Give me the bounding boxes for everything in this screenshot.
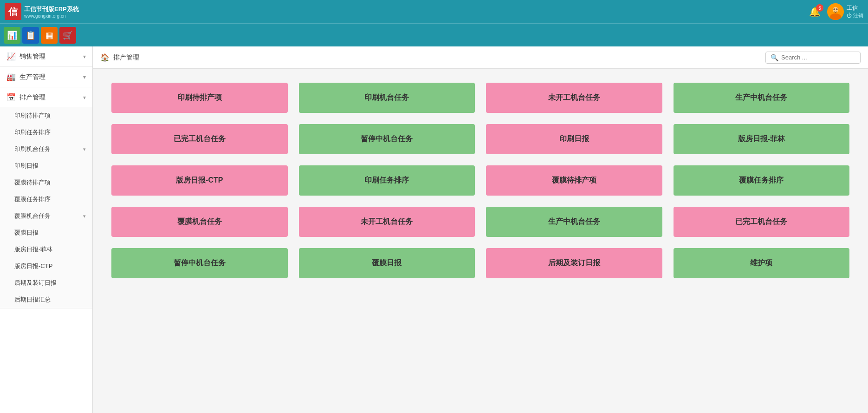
grid-btn-1-2[interactable]: 印刷日报	[486, 124, 662, 154]
toolbar-cart-button[interactable]: 🛒	[59, 27, 76, 44]
scheduling-icon: 📅	[6, 93, 16, 102]
grid-btn-0-3[interactable]: 生产中机台任务	[674, 83, 850, 113]
grid-btn-2-3[interactable]: 覆膜任务排序	[674, 165, 850, 196]
logo-area: 信 工信节刊版ERP系统 www.gongxin.org.cn	[5, 3, 79, 20]
chevron-down-icon: ▾	[83, 146, 86, 152]
user-avatar-area[interactable]: 工信 ⏻ 注销	[827, 3, 863, 20]
toolbar-chart-button[interactable]: 📊	[4, 27, 20, 44]
grid-btn-4-3[interactable]: 维护项	[674, 248, 850, 278]
sidebar-section-header-sales[interactable]: 📈 销售管理 ▾	[0, 46, 92, 66]
search-input[interactable]	[781, 54, 855, 61]
grid-row-4: 暂停中机台任务覆膜日报后期及装订日报维护项	[111, 248, 849, 278]
grid-btn-2-2[interactable]: 覆膜待排产项	[486, 165, 662, 196]
search-box[interactable]: 🔍	[765, 52, 861, 64]
grid-btn-3-1[interactable]: 未开工机台任务	[299, 207, 475, 237]
sidebar-item-fangfang-ctp[interactable]: 版房日报-CTP	[0, 258, 92, 275]
toolbar-row: 📊 📋 ▦ 🛒	[0, 23, 868, 46]
sidebar-item-houqi-daily[interactable]: 后期及装订日报	[0, 275, 92, 291]
sidebar-section-sales: 📈 销售管理 ▾	[0, 46, 92, 67]
user-info: 工信 ⏻ 注销	[847, 4, 863, 19]
grid-btn-4-0[interactable]: 暂停中机台任务	[111, 248, 288, 278]
logout-button[interactable]: ⏻ 注销	[847, 12, 863, 19]
top-header: 信 工信节刊版ERP系统 www.gongxin.org.cn 🔔 5	[0, 0, 868, 23]
toolbar-grid-button[interactable]: ▦	[41, 27, 58, 44]
toolbar-list-button[interactable]: 📋	[22, 27, 39, 44]
production-icon: 🏭	[6, 72, 16, 81]
grid-btn-3-3[interactable]: 已完工机台任务	[674, 207, 850, 237]
sidebar-item-yindai-sort[interactable]: 印刷任务排序	[0, 124, 92, 141]
notification-badge: 5	[816, 4, 823, 12]
grid-row-3: 覆膜机台任务未开工机台任务生产中机台任务已完工机台任务	[111, 207, 849, 237]
svg-point-1	[830, 13, 841, 20]
grid-btn-0-0[interactable]: 印刷待排产项	[111, 83, 288, 113]
logo-title: 工信节刊版ERP系统	[24, 5, 79, 13]
sidebar-item-fomo-pending[interactable]: 覆膜待排产项	[0, 174, 92, 191]
breadcrumb-left: 🏠 排产管理	[100, 53, 139, 62]
sidebar-item-fomo-sort[interactable]: 覆膜任务排序	[0, 191, 92, 208]
scheduling-sub-items: 印刷待排产项印刷任务排序印刷机台任务▾印刷日报覆膜待排产项覆膜任务排序覆膜机台任…	[0, 107, 92, 308]
sidebar-section-scheduling: 📅 排产管理 ▾ 印刷待排产项印刷任务排序印刷机台任务▾印刷日报覆膜待排产项覆膜…	[0, 87, 92, 308]
grid-row-1: 已完工机台任务暂停中机台任务印刷日报版房日报-菲林	[111, 124, 849, 154]
notification-bell-button[interactable]: 🔔 5	[809, 6, 821, 17]
logo-subtitle: www.gongxin.org.cn	[24, 13, 79, 19]
grid-row-0: 印刷待排产项印刷机台任务未开工机台任务生产中机台任务	[111, 83, 849, 113]
chevron-down-icon: ▾	[83, 213, 86, 219]
production-arrow-icon: ▾	[83, 74, 86, 80]
grid-btn-3-2[interactable]: 生产中机台任务	[486, 207, 662, 237]
sidebar-section-header-scheduling[interactable]: 📅 排产管理 ▾	[0, 87, 92, 107]
grid-area: 印刷待排产项印刷机台任务未开工机台任务生产中机台任务已完工机台任务暂停中机台任务…	[93, 69, 868, 303]
grid-btn-1-1[interactable]: 暂停中机台任务	[299, 124, 475, 154]
sidebar-item-yindai-machine[interactable]: 印刷机台任务▾	[0, 141, 92, 157]
sidebar-item-yindai-daily[interactable]: 印刷日报	[0, 157, 92, 174]
grid-btn-0-1[interactable]: 印刷机台任务	[299, 83, 475, 113]
production-label: 生产管理	[19, 73, 79, 81]
sidebar-section-production: 🏭 生产管理 ▾	[0, 67, 92, 87]
sidebar-item-yindai-pending[interactable]: 印刷待排产项	[0, 107, 92, 124]
sidebar-item-fomo-machine[interactable]: 覆膜机台任务▾	[0, 208, 92, 224]
grid-btn-2-1[interactable]: 印刷任务排序	[299, 165, 475, 196]
home-icon: 🏠	[100, 53, 110, 62]
grid-btn-3-0[interactable]: 覆膜机台任务	[111, 207, 288, 237]
scheduling-label: 排产管理	[19, 93, 79, 102]
svg-point-3	[833, 8, 835, 10]
grid-btn-1-3[interactable]: 版房日报-菲林	[674, 124, 850, 154]
svg-point-4	[836, 8, 837, 10]
page-content: 🏠 排产管理 🔍 印刷待排产项印刷机台任务未开工机台任务生产中机台任务已完工机台…	[93, 46, 868, 413]
sales-arrow-icon: ▾	[83, 53, 86, 60]
grid-row-2: 版房日报-CTP印刷任务排序覆膜待排产项覆膜任务排序	[111, 165, 849, 196]
sales-icon: 📈	[6, 52, 16, 61]
sidebar-item-fomo-daily[interactable]: 覆膜日报	[0, 224, 92, 241]
breadcrumb-text: 排产管理	[113, 53, 139, 62]
grid-btn-2-0[interactable]: 版房日报-CTP	[111, 165, 288, 196]
logo-text: 工信节刊版ERP系统 www.gongxin.org.cn	[24, 5, 79, 19]
grid-btn-1-0[interactable]: 已完工机台任务	[111, 124, 288, 154]
search-icon: 🔍	[771, 54, 778, 61]
grid-btn-4-1[interactable]: 覆膜日报	[299, 248, 475, 278]
sidebar-item-fangfang-feilin[interactable]: 版房日报-菲林	[0, 241, 92, 258]
avatar	[827, 3, 844, 20]
grid-btn-0-2[interactable]: 未开工机台任务	[486, 83, 662, 113]
sidebar-section-header-production[interactable]: 🏭 生产管理 ▾	[0, 67, 92, 87]
sidebar: 📈 销售管理 ▾ 🏭 生产管理 ▾ 📅 排产管理 ▾ 印刷待排产项印刷任务排序印…	[0, 46, 93, 413]
grid-btn-4-2[interactable]: 后期及装订日报	[486, 248, 662, 278]
logo-icon: 信	[5, 3, 21, 20]
sidebar-item-houqi-summary[interactable]: 后期日报汇总	[0, 291, 92, 308]
sales-label: 销售管理	[19, 52, 79, 61]
main-layout: 📈 销售管理 ▾ 🏭 生产管理 ▾ 📅 排产管理 ▾ 印刷待排产项印刷任务排序印…	[0, 46, 868, 413]
scheduling-arrow-icon: ▾	[83, 94, 86, 101]
breadcrumb-bar: 🏠 排产管理 🔍	[93, 46, 868, 69]
header-right: 🔔 5 工信 ⏻ 注销	[809, 3, 863, 20]
user-name-label: 工信	[847, 4, 863, 12]
